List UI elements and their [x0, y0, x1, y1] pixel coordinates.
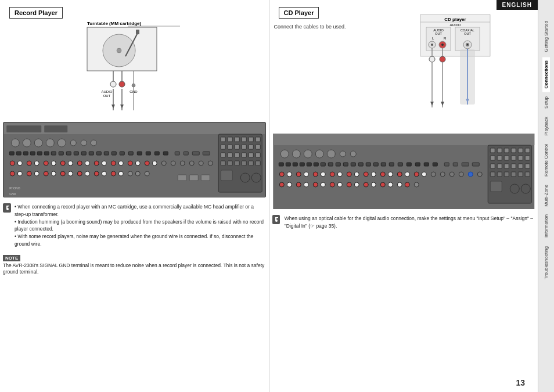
svg-point-214: [422, 172, 426, 177]
svg-point-237: [414, 182, 419, 187]
svg-rect-103: [242, 137, 246, 142]
svg-rect-102: [235, 137, 239, 142]
bullet-2: Induction humming (a booming sound) may …: [15, 218, 266, 233]
sidebar-item-information[interactable]: Information: [542, 211, 550, 241]
svg-point-28: [46, 139, 54, 147]
svg-point-94: [111, 171, 116, 176]
cd-note-text: When using an optical cable for the digi…: [285, 215, 535, 230]
svg-point-165: [280, 150, 289, 158]
svg-point-207: [364, 172, 368, 177]
svg-point-76: [161, 161, 166, 166]
svg-rect-260: [511, 172, 516, 177]
svg-point-230: [354, 182, 359, 187]
svg-rect-181: [343, 163, 348, 166]
sidebar-item-setup[interactable]: Setup: [542, 93, 550, 112]
sidebar-item-multi-zone[interactable]: Multi-Zone: [542, 181, 550, 210]
svg-point-32: [91, 140, 96, 146]
svg-rect-188: [398, 163, 402, 166]
svg-rect-43: [81, 152, 86, 155]
svg-point-210: [388, 172, 393, 177]
note-label: NOTE: [3, 255, 20, 261]
svg-point-96: [128, 171, 132, 176]
svg-point-156: [440, 56, 445, 62]
sidebar-item-troubleshooting[interactable]: Troubleshooting: [542, 243, 550, 283]
svg-rect-23: [6, 125, 41, 132]
svg-rect-191: [424, 163, 429, 166]
svg-point-208: [371, 172, 376, 177]
svg-rect-111: [256, 145, 260, 149]
svg-rect-119: [228, 161, 232, 166]
svg-point-234: [388, 182, 393, 187]
sidebar-item-playback[interactable]: Playback: [542, 113, 550, 139]
svg-point-84: [27, 171, 31, 176]
svg-point-69: [102, 161, 106, 166]
svg-point-200: [304, 172, 308, 177]
svg-point-68: [94, 161, 99, 166]
svg-rect-173: [286, 163, 290, 166]
svg-rect-116: [249, 153, 253, 157]
receiver-image-right: [272, 134, 535, 209]
svg-rect-123: [256, 161, 260, 166]
svg-rect-179: [328, 163, 333, 166]
svg-rect-120: [235, 161, 239, 166]
svg-point-78: [180, 161, 185, 166]
svg-rect-109: [242, 145, 246, 149]
svg-point-88: [60, 171, 65, 176]
svg-rect-104: [249, 137, 253, 142]
svg-rect-110: [249, 145, 253, 149]
svg-rect-263: [490, 181, 502, 192]
svg-point-205: [347, 172, 351, 177]
svg-rect-124: [221, 170, 232, 181]
svg-rect-42: [74, 152, 78, 155]
svg-rect-106: [221, 145, 225, 149]
svg-rect-45: [96, 152, 101, 155]
svg-rect-259: [504, 172, 509, 177]
svg-point-86: [44, 171, 48, 176]
svg-rect-37: [37, 152, 42, 155]
svg-rect-177: [314, 163, 318, 166]
svg-rect-239: [490, 148, 495, 153]
svg-point-216: [440, 172, 445, 177]
svg-rect-50: [137, 152, 142, 155]
svg-rect-178: [321, 163, 325, 166]
svg-point-169: [327, 150, 335, 158]
svg-marker-159: [430, 102, 434, 106]
svg-rect-54: [175, 152, 179, 155]
svg-point-82: [10, 171, 15, 176]
svg-rect-113: [228, 153, 232, 157]
svg-point-58: [10, 161, 15, 166]
svg-point-70: [111, 161, 116, 166]
svg-point-30: [70, 140, 76, 146]
svg-point-26: [23, 139, 31, 147]
svg-point-235: [397, 182, 402, 187]
sidebar-item-connections[interactable]: Connections: [542, 57, 550, 92]
svg-rect-112: [221, 153, 225, 157]
main-content: Record Player Turntable (MM cartridge): [0, 0, 538, 392]
svg-rect-121: [242, 161, 246, 166]
svg-point-125: [240, 173, 250, 182]
bullet-1: When connecting a record player with an …: [15, 203, 266, 218]
sidebar-item-remote-control[interactable]: Remote Control: [542, 141, 550, 180]
note-icon-record: [3, 203, 11, 213]
svg-point-231: [364, 182, 368, 187]
svg-text:OUT: OUT: [103, 94, 111, 98]
svg-point-60: [27, 161, 31, 166]
svg-rect-196: [472, 163, 479, 166]
svg-point-198: [287, 172, 292, 177]
svg-point-150: [467, 44, 468, 45]
svg-rect-40: [59, 152, 63, 155]
svg-rect-114: [235, 153, 239, 157]
sidebar-item-getting-started[interactable]: Getting Started: [542, 17, 550, 56]
svg-point-203: [330, 172, 334, 177]
svg-rect-56: [192, 152, 199, 155]
svg-point-144: [441, 44, 444, 46]
svg-point-71: [118, 161, 123, 166]
svg-rect-255: [518, 164, 523, 168]
svg-point-228: [337, 182, 342, 187]
svg-rect-6: [136, 30, 139, 34]
svg-rect-52: [154, 152, 159, 155]
svg-rect-53: [163, 152, 168, 155]
svg-rect-131: [201, 175, 210, 181]
svg-point-167: [304, 150, 312, 158]
svg-rect-183: [358, 163, 363, 166]
